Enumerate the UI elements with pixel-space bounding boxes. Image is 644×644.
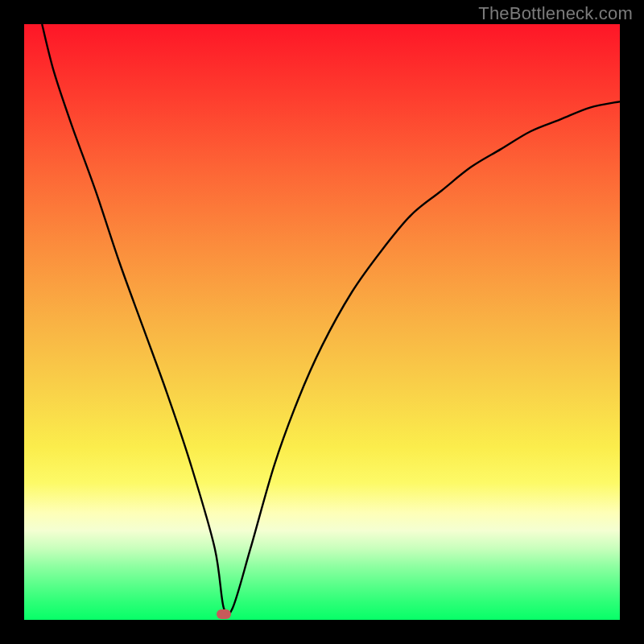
watermark-text: TheBottleneck.com [478, 3, 633, 24]
curve-line [42, 24, 620, 615]
plot-area [24, 24, 620, 620]
chart-container: TheBottleneck.com [0, 0, 644, 644]
bottleneck-marker [217, 609, 231, 619]
curve-svg [24, 24, 620, 620]
